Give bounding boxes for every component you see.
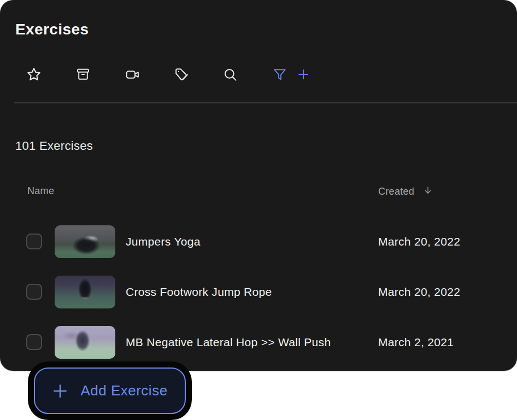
- add-exercise-button[interactable]: Add Exercise: [34, 368, 186, 414]
- exercise-created-date: March 20, 2022: [378, 235, 460, 248]
- table-row[interactable]: Cross Footwork Jump Rope March 20, 2022: [0, 276, 517, 308]
- archive-icon[interactable]: [75, 66, 91, 83]
- column-header-created-label: Created: [378, 186, 414, 197]
- filter-icon[interactable]: [272, 66, 288, 83]
- exercise-name: MB Negative Lateral Hop >> Wall Push: [126, 336, 331, 349]
- exercises-screen: Exercises 101 Exercises Name Created: [0, 0, 517, 420]
- row-checkbox[interactable]: [26, 234, 42, 249]
- exercise-created-date: March 20, 2022: [378, 285, 460, 299]
- toolbar-divider: [14, 102, 517, 103]
- column-header-name: Name: [27, 185, 54, 197]
- exercises-panel: Exercises 101 Exercises Name Created: [0, 0, 517, 371]
- tags-icon[interactable]: [173, 66, 190, 83]
- table-row[interactable]: Jumpers Yoga March 20, 2022: [0, 225, 517, 258]
- add-exercise-button-label: Add Exercise: [80, 382, 167, 399]
- exercise-count: 101 Exercises: [15, 139, 93, 153]
- exercise-video-thumbnail[interactable]: [55, 326, 115, 359]
- column-header-created[interactable]: Created: [378, 185, 433, 198]
- table-row[interactable]: MB Negative Lateral Hop >> Wall Push Mar…: [0, 326, 517, 359]
- row-checkbox[interactable]: [26, 284, 42, 300]
- exercise-created-date: March 2, 2021: [378, 336, 454, 349]
- exercise-name: Cross Footwork Jump Rope: [126, 285, 272, 299]
- video-icon[interactable]: [124, 66, 140, 83]
- page-title: Exercises: [15, 21, 89, 38]
- sort-descending-icon: [423, 185, 433, 198]
- row-checkbox[interactable]: [26, 334, 42, 350]
- search-icon[interactable]: [222, 66, 238, 83]
- exercise-video-thumbnail[interactable]: [55, 276, 115, 308]
- favorites-star-icon[interactable]: [26, 66, 42, 83]
- exercise-name: Jumpers Yoga: [126, 235, 201, 248]
- add-filter-plus-icon[interactable]: [295, 66, 312, 83]
- plus-icon: [52, 383, 68, 399]
- exercise-video-thumbnail[interactable]: [55, 225, 115, 258]
